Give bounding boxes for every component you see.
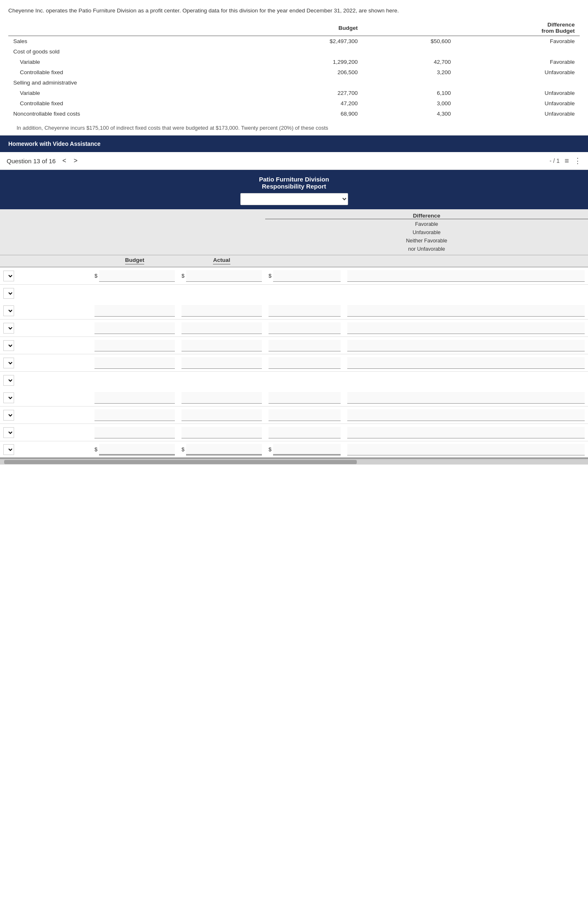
row5-actual-cell [178,338,265,353]
list-icon[interactable]: ≡ [564,157,569,165]
row10-budget-input[interactable] [94,427,175,438]
row8-diff-type-cell [344,390,588,405]
row1-actual-input[interactable] [186,270,262,282]
row5-diff-amt-cell [265,338,344,353]
next-question-button[interactable]: > [71,156,80,165]
row3-label-dropdown[interactable] [3,305,14,316]
row4-budget-input[interactable] [94,322,175,334]
row5-diff-type-cell [344,338,588,353]
row9-diff-amt-cell [265,408,344,423]
row10-diff-amt-input[interactable] [269,427,341,438]
row6-label-dropdown[interactable] [3,358,14,368]
row7-label-dropdown[interactable] [3,375,14,386]
prev-question-button[interactable]: < [60,156,68,165]
table-row-cogs-fixed-label: Controllable fixed [8,67,245,77]
row4-label-dropdown[interactable] [3,323,14,334]
row8-diff-amt-input[interactable] [269,392,341,404]
csh-budget: Budget [91,255,178,267]
table-row [0,407,588,424]
row8-budget-cell [91,390,178,405]
row11-diff-amt-input[interactable] [273,444,341,455]
row1-diff-amt-input[interactable] [273,270,341,282]
more-icon[interactable]: ⋮ [574,156,581,165]
row3-actual-input[interactable] [181,305,262,317]
row9-diff-type-input[interactable] [347,409,585,421]
row10-label-dropdown[interactable] [3,427,14,438]
row4-diff-type-input[interactable] [347,322,585,334]
row4-actual-input[interactable] [181,322,262,334]
row6-label-cell [0,356,91,370]
diff-spacer [0,209,265,255]
table-row-sga-variable-budget: 227,700 [245,88,363,98]
context-area: Cheyenne Inc. operates the Patio Furnitu… [0,0,588,136]
row8-label-dropdown[interactable] [3,392,14,403]
horizontal-scrollbar[interactable] [0,459,588,465]
report-header: Patio Furniture Division Responsibility … [0,170,588,209]
row10-actual-cell [178,425,265,440]
row3-budget-input[interactable] [94,305,175,317]
row1-diff-type-input[interactable] [347,270,585,282]
row9-budget-input[interactable] [94,409,175,421]
table-row-sga-variable-diff-amt: 6,100 [363,88,456,98]
row10-diff-type-input[interactable] [347,427,585,438]
table-row: $ $ $ [0,441,588,459]
row3-diff-amt-input[interactable] [269,305,341,317]
row1-budget-input[interactable] [99,270,175,282]
table-row-cogs-variable-diff-amt: 42,700 [363,57,456,67]
table-row [0,302,588,319]
row9-actual-input[interactable] [181,409,262,421]
row1-diff-amt-cell: $ [265,269,344,283]
table-row-cogs-variable-budget: 1,299,200 [245,57,363,67]
row5-label-dropdown[interactable] [3,340,14,351]
row4-diff-amt-input[interactable] [269,322,341,334]
row9-label-dropdown[interactable] [3,410,14,421]
row3-diff-type-input[interactable] [347,305,585,317]
scrollbar-thumb[interactable] [4,460,357,464]
row5-actual-input[interactable] [181,340,262,351]
row11-actual-input[interactable] [186,444,262,455]
row11-diff-type-input[interactable] [347,444,585,455]
row4-label-cell [0,321,91,335]
row6-diff-amt-input[interactable] [269,357,341,369]
row11-actual-dollar: $ [181,446,184,453]
row6-diff-type-input[interactable] [347,357,585,369]
table-row-noncontrol-diff-amt: 4,300 [363,109,456,119]
table-row [0,389,588,407]
table-row-noncontrol-diff-type: Unfavorable [456,109,580,119]
report-period-dropdown[interactable]: For the Year Ended December 31, 2022 [240,193,348,205]
row8-diff-amt-cell [265,390,344,405]
table-row-cogs-variable-diff-type: Favorable [456,57,580,67]
row8-budget-input[interactable] [94,392,175,404]
table-row-sales-diff-amt: $50,600 [363,36,456,47]
row6-diff-type-cell [344,356,588,370]
row8-actual-input[interactable] [181,392,262,404]
row11-label-dropdown[interactable] [3,444,14,455]
row2-label-dropdown[interactable] [3,288,14,299]
row8-diff-type-input[interactable] [347,392,585,404]
row11-diff-dollar: $ [269,446,271,453]
table-row [0,424,588,441]
row9-budget-cell [91,408,178,423]
row10-actual-input[interactable] [181,427,262,438]
row9-diff-amt-input[interactable] [269,409,341,421]
context-paragraph: Cheyenne Inc. operates the Patio Furnitu… [8,7,580,15]
row1-diff-dollar: $ [269,273,271,279]
homework-banner: Homework with Video Assistance [0,136,588,152]
row5-budget-cell [91,338,178,353]
row3-label-cell [0,304,91,318]
table-header-budget: Budget [245,20,363,36]
row4-diff-type-cell [344,321,588,336]
row5-label-cell [0,339,91,353]
table-row-sales-label: Sales [8,36,245,47]
row6-actual-input[interactable] [181,357,262,369]
row9-diff-type-cell [344,408,588,423]
row5-diff-type-input[interactable] [347,340,585,351]
row6-budget-input[interactable] [94,357,175,369]
row11-actual-cell: $ [178,442,265,457]
table-row-sga-variable-diff-type: Unfavorable [456,88,580,98]
row5-diff-amt-input[interactable] [269,340,341,351]
row11-diff-amt-cell: $ [265,442,344,457]
row5-budget-input[interactable] [94,340,175,351]
row11-budget-input[interactable] [99,444,175,455]
row1-label-dropdown[interactable] [3,271,14,281]
